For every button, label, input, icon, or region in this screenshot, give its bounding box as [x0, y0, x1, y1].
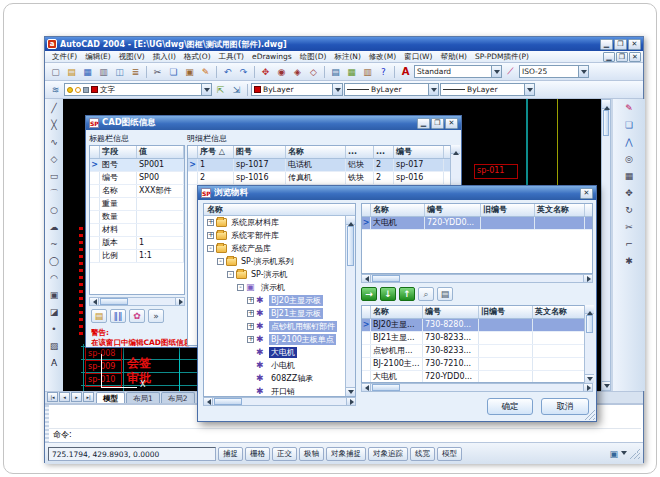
- scrollbar-thumb[interactable]: [214, 398, 242, 405]
- combo-arrow-icon[interactable]: [578, 66, 588, 77]
- help-icon[interactable]: ?: [376, 65, 391, 79]
- chamfer-icon[interactable]: ⌐: [622, 236, 636, 252]
- collapse-icon[interactable]: -: [237, 284, 244, 291]
- ok-button[interactable]: 确定: [487, 398, 533, 415]
- cad-info-dialog-titlebar[interactable]: SP CAD图纸信息: [86, 116, 461, 130]
- table-row[interactable]: >大电机720-YDD0...: [362, 217, 592, 230]
- tree-item[interactable]: -系统产品库: [204, 242, 355, 255]
- line-icon[interactable]: ╱: [47, 100, 61, 116]
- point-icon[interactable]: •: [47, 321, 61, 337]
- mirror-icon[interactable]: ⋀: [622, 134, 636, 150]
- column-header[interactable]: 名称: [371, 306, 423, 318]
- text-style-icon[interactable]: A: [398, 65, 413, 79]
- undo-icon[interactable]: ↶: [220, 65, 235, 79]
- column-header[interactable]: 编号: [394, 146, 444, 158]
- column-header[interactable]: 英文名称: [533, 306, 585, 318]
- expand-icon[interactable]: +: [207, 232, 214, 239]
- paste-icon[interactable]: ▣: [182, 65, 197, 79]
- designcenter-icon[interactable]: ▦: [344, 65, 359, 79]
- table-row[interactable]: 大电机720-YDD0...: [362, 371, 592, 383]
- expand-icon[interactable]: +: [207, 219, 214, 226]
- copy-object-icon[interactable]: ❏: [622, 117, 636, 133]
- column-header[interactable]: 编号: [425, 204, 481, 216]
- dim-style-icon[interactable]: ⟋: [503, 65, 518, 79]
- last-tab-icon[interactable]: ▸|: [83, 392, 94, 402]
- scroll-up-icon[interactable]: [585, 305, 594, 314]
- column-header[interactable]: 字段: [100, 146, 137, 158]
- make-block-icon[interactable]: ◪: [47, 304, 61, 320]
- menu-item-8[interactable]: 绘图(D): [296, 52, 331, 62]
- column-header[interactable]: 旧编号: [479, 306, 533, 318]
- scroll-down-icon[interactable]: [585, 374, 594, 383]
- circle-icon[interactable]: ○: [47, 202, 61, 218]
- status-toggle-4[interactable]: 极轴: [299, 447, 324, 461]
- column-header[interactable]: 图号: [234, 146, 286, 158]
- table-row[interactable]: 2sp-1016传真机铁块2sp-016: [188, 172, 459, 185]
- scroll-up-icon[interactable]: [451, 145, 460, 154]
- construction-line-icon[interactable]: ╳: [47, 117, 61, 133]
- match-properties-icon[interactable]: ✎: [198, 65, 213, 79]
- title-block-table[interactable]: 字段值>图号SP001编号SP00名称XXX部件重量数量材料版本1比例1:1: [89, 145, 185, 295]
- table-row[interactable]: BJ21主显...730-8233...: [362, 332, 592, 345]
- mdi-close-button[interactable]: [629, 52, 641, 62]
- scroll-right-icon[interactable]: [346, 398, 355, 405]
- polyline-icon[interactable]: ∿: [47, 134, 61, 150]
- dialog-maximize-button[interactable]: [431, 118, 444, 129]
- prev-tab-icon[interactable]: ◂: [59, 392, 70, 402]
- next-tab-icon[interactable]: ▸: [71, 392, 82, 402]
- tree-item[interactable]: 小电机: [204, 359, 355, 372]
- table-row[interactable]: 数量: [90, 211, 184, 224]
- settings-flower-icon[interactable]: ✿: [129, 309, 145, 323]
- column-header[interactable]: 英文名称: [535, 204, 585, 216]
- scroll-up-icon[interactable]: [346, 216, 355, 225]
- collapse-icon[interactable]: -: [227, 271, 234, 278]
- tree-item[interactable]: +点钞机用螺钉部件: [204, 320, 355, 333]
- dialog-close-button[interactable]: [580, 188, 593, 199]
- table-row[interactable]: BJ-2100主...730-7210...: [362, 358, 592, 371]
- save-icon[interactable]: ▦: [80, 65, 95, 79]
- scroll-up-icon[interactable]: [602, 100, 610, 109]
- dialog-minimize-button[interactable]: [417, 118, 430, 129]
- tree-item[interactable]: -演示机: [204, 281, 355, 294]
- column-header[interactable]: 编号: [423, 306, 479, 318]
- open-folder-icon[interactable]: ▤: [437, 287, 453, 301]
- menu-item-5[interactable]: 格式(O): [180, 52, 215, 62]
- table-row[interactable]: >图号SP001: [90, 159, 184, 172]
- table-horizontal-scrollbar[interactable]: [361, 274, 593, 283]
- scroll-left-icon[interactable]: [204, 398, 213, 405]
- menu-item-10[interactable]: 修改(M): [365, 52, 400, 62]
- status-toggle-5[interactable]: 对象捕捉: [326, 447, 366, 461]
- status-toggle-3[interactable]: 正交: [272, 447, 297, 461]
- plot-preview-icon[interactable]: ◫: [112, 65, 127, 79]
- download-icon[interactable]: ↓: [380, 287, 396, 301]
- table-vertical-scrollbar[interactable]: [584, 305, 594, 383]
- table-horizontal-scrollbar[interactable]: [361, 383, 593, 392]
- tree-horizontal-scrollbar[interactable]: [203, 397, 356, 406]
- properties-icon[interactable]: ▤: [328, 65, 343, 79]
- tree-item[interactable]: 开口销: [204, 385, 355, 397]
- scroll-left-icon[interactable]: [362, 384, 371, 391]
- layout-tab-3[interactable]: 布局2: [161, 392, 195, 403]
- color-combo[interactable]: ByLayer: [251, 83, 343, 96]
- rectangle-icon[interactable]: ▭: [47, 168, 61, 184]
- collapse-icon[interactable]: -: [217, 258, 224, 265]
- table-row[interactable]: 版本1: [90, 237, 184, 250]
- column-header[interactable]: 名称: [371, 204, 425, 216]
- tree-item[interactable]: +BJ-2100主板单点: [204, 333, 355, 346]
- text-style-combo[interactable]: Standard: [414, 65, 502, 78]
- table-row[interactable]: 点钞机用...730-8233...: [362, 345, 592, 358]
- layers-icon[interactable]: ≋: [48, 83, 63, 97]
- open-icon[interactable]: ▤: [64, 65, 79, 79]
- redo-icon[interactable]: ↷: [236, 65, 251, 79]
- zoom-window-icon[interactable]: ◈: [290, 65, 305, 79]
- command-window-grip[interactable]: [45, 405, 49, 442]
- tree-item[interactable]: 608ZZ轴承: [204, 372, 355, 385]
- dialog-close-button[interactable]: [445, 118, 458, 129]
- tree-item[interactable]: +BJ20主显示板: [204, 294, 355, 307]
- combo-arrow-icon[interactable]: [524, 84, 534, 95]
- column-header[interactable]: 值: [137, 146, 184, 158]
- open-form-icon[interactable]: ▤: [91, 309, 107, 323]
- column-header[interactable]: ...: [374, 146, 394, 158]
- tree-item[interactable]: +系统零部件库: [204, 229, 355, 242]
- menu-item-9[interactable]: 标注(N): [330, 52, 364, 62]
